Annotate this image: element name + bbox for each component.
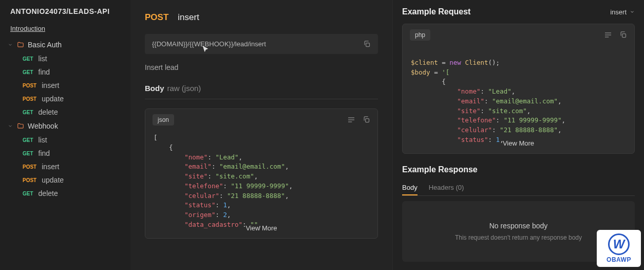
sidebar: ANTONIO24073/LEADS-API Introduction Basi… [0, 0, 130, 270]
introduction-link[interactable]: Introduction [0, 23, 130, 38]
view-more-body-button[interactable]: View More [240, 223, 282, 233]
copy-example-button[interactable] [619, 31, 627, 39]
url-box: {{DOMAIN}}/{{WEBHOOK}}/lead/insert [145, 34, 378, 54]
endpoint-update[interactable]: POSTupdate [0, 92, 130, 105]
endpoint-label: list [39, 136, 47, 144]
http-method-label: GET [23, 56, 33, 62]
view-more-example-button[interactable]: View More [498, 138, 539, 148]
no-response-subtitle: This request doesn't return any response… [412, 234, 624, 241]
example-lang-badge: php [410, 29, 430, 41]
endpoint-delete[interactable]: GETdelete [0, 105, 130, 119]
main-panel: POST insert {{DOMAIN}}/{{WEBHOOK}}/lead/… [130, 0, 392, 270]
endpoint-label: find [39, 149, 50, 157]
request-name: insert [178, 12, 199, 23]
http-method-label: POST [23, 164, 36, 170]
http-method-label: GET [23, 151, 33, 156]
tab-headers[interactable]: Headers (0) [429, 181, 464, 195]
endpoint-insert[interactable]: POSTinsert [0, 79, 130, 92]
body-code-content: [ { "nome": "Lead", "email": "email@emai… [145, 131, 377, 238]
copy-body-button[interactable] [363, 116, 370, 124]
http-method-label: POST [23, 177, 36, 183]
svg-rect-0 [366, 43, 370, 47]
body-section-title: Bodyraw (json) [145, 84, 378, 93]
folder-basic-auth[interactable]: Basic Auth [0, 38, 130, 52]
endpoint-label: delete [39, 189, 58, 197]
http-method-label: GET [23, 110, 33, 115]
endpoint-list[interactable]: GETlist [0, 52, 130, 65]
folder-icon [16, 41, 25, 49]
example-code-content: $client = new Client(); $body = '[ { "no… [403, 46, 634, 153]
endpoint-label: update [42, 95, 64, 103]
example-response-title: Example Response [402, 165, 635, 174]
workspace-name: ANTONIO24073/LEADS-API [0, 0, 130, 23]
endpoint-find[interactable]: GETfind [0, 65, 130, 79]
http-method-label: GET [23, 137, 33, 143]
svg-rect-8 [622, 34, 626, 38]
example-request-title: Example Request [402, 7, 470, 16]
endpoint-label: list [39, 55, 47, 63]
chevron-down-icon [7, 123, 13, 129]
logo-icon: W [608, 233, 630, 255]
endpoint-label: delete [39, 108, 58, 116]
body-lang-badge: json [153, 114, 174, 125]
endpoint-delete[interactable]: GETdelete [0, 187, 130, 200]
endpoint-label: insert [42, 81, 59, 89]
endpoint-label: find [39, 68, 50, 76]
logo-text: OBAWP [607, 256, 631, 263]
folder-icon [16, 122, 25, 130]
folder-webhook[interactable]: Webhook [0, 119, 130, 133]
folder-label: Basic Auth [28, 41, 62, 49]
folder-label: Webhook [28, 122, 58, 130]
endpoint-find[interactable]: GETfind [0, 147, 130, 160]
logo-badge: W OBAWP [597, 230, 641, 267]
request-header: POST insert [145, 12, 378, 23]
endpoint-label: insert [42, 163, 59, 171]
example-select[interactable]: insert [610, 8, 635, 16]
request-description: Insert lead [145, 63, 378, 71]
endpoint-update[interactable]: POSTupdate [0, 173, 130, 187]
http-method-label: GET [23, 191, 33, 196]
wrap-lines-button[interactable] [347, 116, 355, 124]
no-response-title: No response body [412, 222, 624, 230]
http-method-badge: POST [145, 12, 168, 23]
url-text: {{DOMAIN}}/{{WEBHOOK}}/lead/insert [152, 40, 266, 48]
endpoint-label: update [42, 176, 64, 184]
copy-url-button[interactable] [363, 40, 371, 48]
endpoint-list[interactable]: GETlist [0, 133, 130, 147]
http-method-label: GET [23, 69, 33, 75]
tab-body[interactable]: Body [402, 181, 418, 195]
wrap-lines-button-2[interactable] [604, 31, 612, 39]
svg-rect-4 [366, 119, 369, 122]
http-method-label: POST [23, 96, 36, 102]
chevron-down-icon [7, 42, 13, 48]
example-request-code-box: php $client = new Client(); $body = '[ {… [402, 24, 635, 154]
response-tabs: BodyHeaders (0) [402, 181, 635, 196]
http-method-label: POST [23, 83, 36, 88]
chevron-down-icon [630, 9, 635, 14]
endpoint-insert[interactable]: POSTinsert [0, 160, 130, 173]
body-code-box: json [ { "nome": "Lead", "email": "email… [145, 109, 378, 239]
